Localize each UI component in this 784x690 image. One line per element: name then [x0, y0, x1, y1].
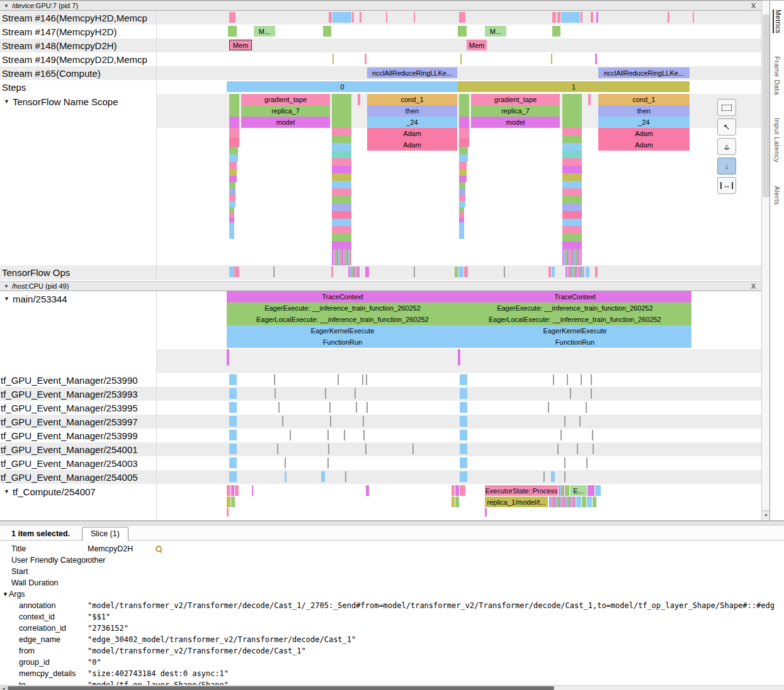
- trace-slice[interactable]: [485, 508, 487, 517]
- vertical-scrollbar[interactable]: ▼: [761, 1, 770, 520]
- gpu-close-button[interactable]: X: [749, 2, 758, 9]
- trace-slice[interactable]: [332, 219, 351, 226]
- trace-slice[interactable]: [229, 12, 236, 23]
- trace-slice[interactable]: [459, 182, 465, 188]
- trace-slice[interactable]: [321, 471, 325, 482]
- trace-slice[interactable]: [459, 154, 468, 162]
- trace-slice[interactable]: [278, 402, 280, 413]
- trace-slice[interactable]: [332, 173, 351, 181]
- trace-slice[interactable]: [229, 170, 237, 176]
- trace-slice[interactable]: [459, 138, 469, 147]
- zoom-tool-button[interactable]: ↓: [717, 158, 736, 175]
- trace-slice[interactable]: [285, 457, 286, 468]
- trace-slice[interactable]: [562, 117, 582, 128]
- trace-slice[interactable]: [458, 26, 467, 37]
- trace-slice[interactable]: [274, 374, 275, 385]
- trace-slice[interactable]: [459, 147, 468, 154]
- trace-slice[interactable]: [332, 249, 351, 265]
- trace-slice[interactable]: [562, 151, 582, 158]
- trace-slice[interactable]: [588, 485, 594, 496]
- trace-slice[interactable]: [252, 485, 253, 496]
- trace-slice[interactable]: [356, 402, 357, 413]
- trace-slice[interactable]: [459, 94, 469, 105]
- trace-slice[interactable]: [360, 12, 361, 23]
- trace-slice[interactable]: [591, 12, 593, 23]
- trace-slice[interactable]: [332, 181, 351, 188]
- trace-slice[interactable]: [452, 497, 455, 507]
- trace-slice[interactable]: [332, 241, 351, 249]
- trace-slice[interactable]: [229, 402, 237, 413]
- trace-slice[interactable]: [595, 267, 598, 277]
- trace-slice[interactable]: [459, 217, 464, 222]
- trace-slice[interactable]: replica_1/model/t...: [485, 497, 548, 507]
- trace-slice[interactable]: [460, 374, 467, 385]
- trace-slice[interactable]: [290, 430, 291, 440]
- trace-slice[interactable]: [229, 182, 236, 188]
- trace-slice[interactable]: FunctionRun: [227, 336, 458, 348]
- trace-slice[interactable]: [548, 267, 551, 277]
- trace-slice[interactable]: [229, 388, 237, 399]
- trace-slice[interactable]: ncclAllReduceRingLLKe...: [598, 67, 690, 78]
- trace-slice[interactable]: gradient_tape: [471, 94, 560, 105]
- trace-slice[interactable]: [365, 267, 369, 277]
- trace-slice[interactable]: [330, 416, 331, 427]
- trace-slice[interactable]: [562, 196, 582, 204]
- trace-slice[interactable]: [332, 105, 351, 117]
- trace-slice[interactable]: [234, 267, 239, 277]
- trace-slice[interactable]: [562, 234, 582, 241]
- trace-slice[interactable]: [586, 457, 588, 468]
- trace-slice[interactable]: [332, 158, 351, 166]
- trace-slice[interactable]: [386, 12, 387, 23]
- trace-slice[interactable]: 1: [458, 81, 690, 92]
- trace-slice[interactable]: [579, 416, 581, 427]
- trace-slice[interactable]: [231, 485, 234, 496]
- trace-slice[interactable]: M...: [254, 26, 275, 37]
- collapse-arrow-icon[interactable]: ▼: [4, 294, 9, 302]
- trace-slice[interactable]: [460, 457, 467, 468]
- trace-slice[interactable]: [464, 267, 468, 277]
- trace-slice[interactable]: [553, 374, 554, 385]
- trace-slice[interactable]: [588, 94, 591, 105]
- trace-slice[interactable]: [562, 143, 582, 151]
- trace-slice[interactable]: [229, 94, 239, 105]
- trace-slice[interactable]: [282, 416, 283, 427]
- trace-slice[interactable]: [581, 374, 582, 385]
- trace-slice[interactable]: [504, 267, 505, 277]
- trace-slice[interactable]: [596, 12, 598, 23]
- trace-slice[interactable]: [355, 388, 356, 399]
- trace-slice[interactable]: [327, 457, 329, 468]
- trace-slice[interactable]: [565, 485, 569, 496]
- collapse-arrow-icon[interactable]: ▼: [4, 486, 9, 495]
- pan-tool-button[interactable]: ↔↕: [717, 138, 736, 155]
- tab-input-latency[interactable]: Input Latency: [773, 118, 781, 163]
- tab-metrics[interactable]: Metrics: [773, 9, 782, 33]
- trace-slice[interactable]: [559, 485, 564, 496]
- trace-slice[interactable]: [595, 485, 601, 496]
- trace-slice[interactable]: EagerExecute: __inference_train_function…: [227, 302, 458, 314]
- trace-slice[interactable]: EagerKernelExecute: [227, 325, 458, 336]
- trace-slice[interactable]: [557, 444, 559, 454]
- trace-slice[interactable]: Mem: [467, 40, 487, 50]
- trace-slice[interactable]: [552, 267, 555, 277]
- trace-slice[interactable]: [328, 444, 329, 454]
- trace-slice[interactable]: [362, 374, 363, 385]
- trace-slice[interactable]: [231, 497, 235, 507]
- trace-slice[interactable]: [567, 374, 568, 385]
- trace-slice[interactable]: [561, 12, 580, 23]
- trace-slice[interactable]: [229, 212, 234, 217]
- trace-slice[interactable]: [229, 128, 239, 138]
- trace-slice[interactable]: [562, 166, 582, 173]
- trace-slice[interactable]: [562, 188, 582, 196]
- trace-slice[interactable]: [229, 201, 236, 207]
- tab-alerts[interactable]: Alerts: [773, 186, 781, 205]
- trace-slice[interactable]: [365, 54, 366, 64]
- trace-slice[interactable]: [363, 416, 364, 427]
- trace-slice[interactable]: model: [241, 117, 330, 128]
- selection-tool-button[interactable]: ↖: [717, 118, 736, 135]
- trace-slice[interactable]: [414, 267, 415, 277]
- trace-slice[interactable]: [562, 249, 582, 265]
- trace-slice[interactable]: _24: [367, 117, 457, 128]
- trace-slice[interactable]: Adam: [367, 139, 457, 151]
- trace-slice[interactable]: ExecutorState::Process: [485, 485, 558, 496]
- trace-slice[interactable]: [668, 12, 669, 23]
